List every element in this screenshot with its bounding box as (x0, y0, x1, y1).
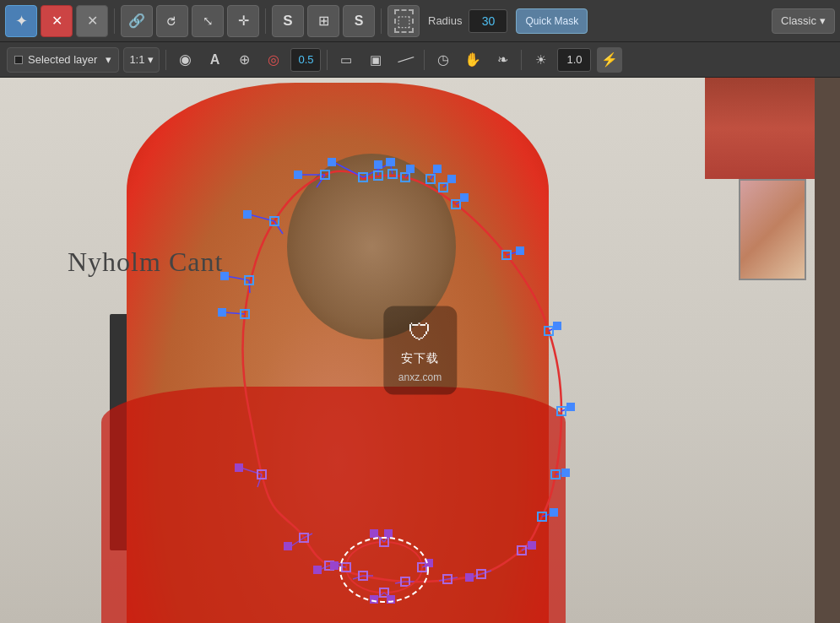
close-gray-button[interactable]: ✕ (76, 5, 108, 37)
wall-text: Nyholm Cant (68, 246, 223, 278)
monitor-icon: ▭ (340, 52, 352, 68)
red-shirt (101, 387, 566, 623)
classic-chevron-icon: ▾ (820, 14, 826, 27)
eyedropper-button[interactable]: ╱ (393, 47, 418, 73)
layer-color-swatch (14, 56, 23, 64)
t2-sep-4 (521, 50, 522, 70)
separator-1 (114, 8, 115, 34)
path-icon: ❧ (497, 51, 508, 68)
history-icon: ◷ (437, 51, 449, 68)
secondary-toolbar: Selected layer ▾ 1:1 ▾ ◉ A ⊕ ◎ ▭ ▣ ╱ ◷ (0, 42, 840, 78)
resize-icon: ⤡ (203, 14, 214, 29)
stamp-icon: ⊕ (239, 51, 250, 68)
selection-icon: ⬚ (394, 9, 414, 33)
frame-button[interactable]: ▣ (363, 47, 388, 73)
snap-tool-button[interactable]: S (272, 5, 304, 37)
layer-chevron-icon: ▾ (106, 53, 111, 66)
text-button[interactable]: A (202, 47, 227, 73)
path-button[interactable]: ❧ (490, 47, 515, 73)
quick-mask-button[interactable]: Quick Mask (516, 8, 588, 34)
close-gray-icon: ✕ (87, 13, 98, 29)
layer-select-label: Selected layer (28, 53, 97, 66)
brightness-button[interactable]: ☀ (528, 47, 553, 73)
grid-icon: ⊞ (318, 13, 329, 29)
eyedropper-icon: ╱ (398, 51, 414, 68)
flash-button[interactable]: ⚡ (597, 47, 622, 73)
artwork-element (739, 179, 806, 280)
stamp-button[interactable]: ⊕ (231, 47, 257, 73)
resize-tool-button[interactable]: ⤡ (192, 5, 224, 37)
zoom-label: 1:1 (129, 53, 144, 66)
selection-tool-button[interactable]: ⬚ (387, 5, 420, 37)
hand-button[interactable]: ✋ (460, 47, 485, 73)
move-tool-button[interactable]: ✛ (227, 5, 259, 37)
classic-button[interactable]: Classic ▾ (772, 8, 835, 34)
zoom-chevron-icon: ▾ (148, 53, 154, 66)
smart-tool-button[interactable]: S (343, 5, 375, 37)
target-icon: ◎ (268, 51, 279, 68)
smart-icon: S (355, 14, 364, 29)
canvas-area[interactable]: Nyholm Cant 🛡 安下载 anxz.com (0, 78, 840, 623)
sun-icon: ☀ (535, 52, 546, 68)
classic-label: Classic (781, 14, 816, 27)
text-icon: A (210, 52, 220, 68)
t2-sep-3 (424, 50, 425, 70)
watermark-overlay: 🛡 安下载 anxz.com (383, 306, 457, 395)
watermark-icon: 🛡 (408, 318, 431, 346)
history-button[interactable]: ◷ (431, 47, 456, 73)
active-tool-button[interactable]: ✦ (5, 5, 37, 37)
separator-3 (381, 8, 382, 34)
hand-icon: ✋ (464, 51, 481, 68)
t2-sep-2 (327, 50, 328, 70)
main-toolbar: ✦ ✕ ✕ 🔗 ⟳ ⤡ ✛ S ⊞ S ⬚ Radius (0, 0, 840, 42)
target-button[interactable]: ◎ (261, 47, 286, 73)
monitor-button[interactable]: ▭ (333, 47, 359, 73)
flash-icon: ⚡ (601, 51, 618, 68)
snap-icon: S (283, 13, 292, 30)
zoom-select[interactable]: 1:1 ▾ (123, 47, 160, 73)
transform-tool-button[interactable]: ⟳ (156, 5, 188, 37)
radius-label: Radius (428, 14, 462, 27)
watermark-text-line1: 安下载 (401, 351, 439, 366)
grid-tool-button[interactable]: ⊞ (307, 5, 339, 37)
frame-icon: ▣ (370, 52, 382, 68)
link-icon: 🔗 (128, 13, 145, 29)
active-tool-icon: ✦ (15, 12, 28, 30)
link-tool-button[interactable]: 🔗 (121, 5, 153, 37)
move-icon: ✛ (238, 13, 249, 29)
close-red-button[interactable]: ✕ (41, 5, 73, 37)
brightness-input[interactable] (557, 48, 591, 72)
transform-icon: ⟳ (163, 12, 182, 30)
layer-select[interactable]: Selected layer ▾ (7, 47, 119, 73)
separator-2 (265, 8, 266, 34)
close-red-icon: ✕ (51, 13, 62, 29)
color-icon: ◉ (179, 51, 192, 68)
radius-input[interactable] (469, 9, 507, 33)
watermark-text-line2: anxz.com (398, 371, 442, 383)
right-pipe (815, 78, 840, 623)
color-button[interactable]: ◉ (172, 47, 198, 73)
opacity-input[interactable] (290, 48, 321, 72)
t2-sep-1 (165, 50, 166, 70)
